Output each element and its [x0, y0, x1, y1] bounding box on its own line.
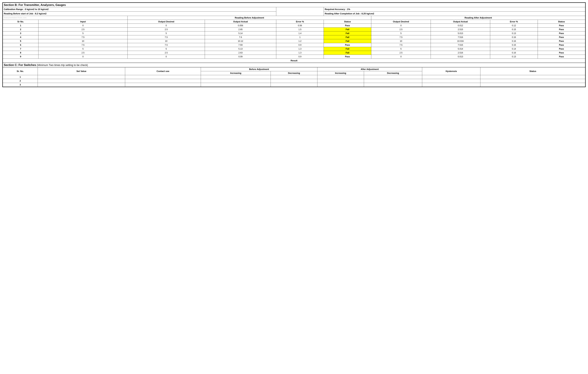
cell: Pass [324, 24, 371, 28]
cell: 7.5 [38, 43, 128, 47]
cell: 2 [3, 79, 38, 83]
cell [422, 75, 480, 79]
cell: 0.56 [276, 24, 324, 28]
cell [201, 79, 271, 83]
cell: 10 [128, 39, 205, 43]
cell: 2.5 [371, 28, 431, 32]
cell: 7.516 [431, 35, 490, 39]
cell [480, 79, 585, 83]
cell: 3 [3, 32, 38, 35]
table-row: 3555.141.4Fail55.0130.13Pass [3, 32, 585, 35]
table-row: 1000.0560.56Pass00.0120.12Pass [3, 24, 585, 28]
hdr-reading-before: Reading Before Adjustment [128, 16, 371, 20]
cell: Pass [538, 51, 585, 55]
col-outact-before: Output Actual [205, 20, 276, 24]
cell: 2.5 [38, 51, 128, 55]
cell [125, 83, 201, 87]
table-row: 1 [3, 75, 585, 79]
cell: 6 [3, 43, 38, 47]
table-row: 3 [3, 83, 585, 87]
cell [271, 79, 317, 83]
cell [317, 79, 364, 83]
cell: 5.014 [431, 47, 490, 51]
table-row: 22.52.52.651.5Fail2.52.5150.15Pass [3, 28, 585, 32]
col-status-after: Status [538, 20, 585, 24]
cell: Fail [324, 32, 371, 35]
table-row: 2 [3, 79, 585, 83]
cell: 7.59 [205, 43, 276, 47]
cell: 2.63 [205, 51, 276, 55]
cell: 0.012 [431, 24, 490, 28]
colc-status: Status [480, 67, 585, 75]
col-outdes-after: Output Desired [371, 20, 431, 24]
cell: 4 [3, 35, 38, 39]
cell [271, 83, 317, 87]
cell: 0.13 [490, 55, 538, 59]
cell: Fail [324, 51, 371, 55]
cell: 7.6 [205, 35, 276, 39]
cell: 5 [128, 47, 205, 51]
cell [38, 75, 125, 79]
cell: Fail [324, 47, 371, 51]
cell [201, 75, 271, 79]
reading-before-job: Reading Before start of Job : 8.2 kg/cm2 [3, 11, 276, 16]
colc-hyst: Hysteresis [422, 67, 480, 75]
cell: 0.056 [205, 24, 276, 28]
colc-contact: Contact use [125, 67, 201, 75]
cell: Pass [538, 28, 585, 32]
cell: 0.14 [490, 47, 538, 51]
reading-after-job: Reading After Completion of Job : 8.25 k… [324, 11, 585, 16]
cell [38, 83, 125, 87]
cell: 9 [3, 55, 38, 59]
cell: 5 [371, 47, 431, 51]
cell: 2.5 [371, 51, 431, 55]
col-status-before: Status [324, 20, 371, 24]
cell: 5.013 [431, 32, 490, 35]
required-accuracy: Required Accuracy : 1% [324, 7, 585, 11]
cell: 1 [276, 35, 324, 39]
calibration-range: Calibration Range : 0 kg/cm2 to 10 kg/cm… [3, 7, 276, 11]
cell: 0.09 [205, 55, 276, 59]
cell [480, 83, 585, 87]
cell: Pass [538, 47, 585, 51]
cell: 0.13 [490, 32, 538, 35]
cell [480, 75, 585, 79]
cell: 0.15 [490, 43, 538, 47]
cell: 0.013 [431, 55, 490, 59]
cell [422, 79, 480, 83]
cell [201, 83, 271, 87]
watermark: InstrumentationTools.com [3, 16, 128, 20]
cell: 5 [38, 47, 128, 51]
cell [364, 75, 422, 79]
cell: Pass [538, 32, 585, 35]
cell: 1 [3, 24, 38, 28]
cell: 2.65 [205, 28, 276, 32]
cell: 2.516 [431, 51, 490, 55]
table-row: 9000.090.9Pass00.0130.13Pass [3, 55, 585, 59]
cell: 0 [38, 24, 128, 28]
cell: 7.515 [431, 43, 490, 47]
cell [364, 79, 422, 83]
cell: 2.5 [128, 28, 205, 32]
cell: 5.13 [205, 47, 276, 51]
cell [271, 75, 317, 79]
cell: 0 [38, 55, 128, 59]
section-c-table: Sr. No. Set Value Contact use Before Adj… [3, 67, 585, 87]
cell: Pass [538, 35, 585, 39]
cell: 10.12 [205, 39, 276, 43]
cell: 5 [3, 39, 38, 43]
cell: 10 [371, 39, 431, 43]
blank-cell [276, 7, 324, 16]
cell [125, 75, 201, 79]
cell: 10.016 [431, 39, 490, 43]
colc-after: After Adjustment [317, 67, 422, 71]
cell: 7.5 [371, 43, 431, 47]
cell: 0.16 [490, 35, 538, 39]
colc-setval: Set Value [38, 67, 125, 75]
cell: 0.9 [276, 43, 324, 47]
cell: Pass [538, 39, 585, 43]
cell: 0.9 [276, 55, 324, 59]
result-label: Result [3, 59, 585, 63]
cell: Pass [324, 43, 371, 47]
cell: 3 [3, 83, 38, 87]
